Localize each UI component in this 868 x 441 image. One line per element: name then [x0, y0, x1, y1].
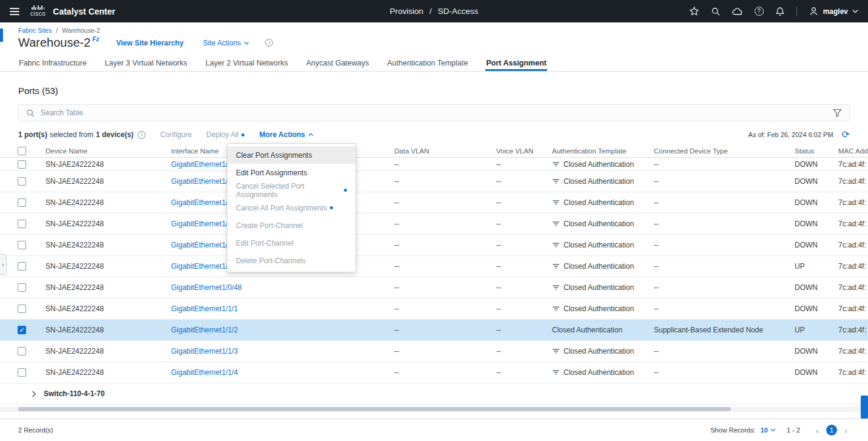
tab-anycast-gateways[interactable]: Anycast Gateways	[297, 55, 378, 71]
col-device-name[interactable]: Device Name	[27, 147, 153, 155]
cloud-icon[interactable]	[732, 7, 743, 16]
col-data-vlan[interactable]: Data VLAN	[394, 147, 496, 155]
interface-link[interactable]: GigabitEthernet1/1/3	[171, 347, 238, 355]
cell-device-name: SN-JAE24222248	[27, 198, 153, 207]
device-group-row[interactable]: Switch-110-4-1-70	[0, 383, 868, 405]
more-actions-button[interactable]: More Actions	[259, 130, 314, 139]
menu-item-clear-port-assignments[interactable]: Clear Port Assignments	[227, 146, 355, 164]
menu-item-cancel-selected-port-assignments[interactable]: Cancel Selected Port Assignments	[227, 181, 355, 199]
cell-auth-template: Closed Authentication	[564, 160, 634, 169]
cell-connected-type: --	[654, 368, 795, 377]
col-mac-address[interactable]: MAC Address	[838, 147, 868, 155]
table-footer: 2 Record(s) Show Records: 10 1 - 2 ‹ 1 ›	[0, 419, 868, 441]
notifications-bell-icon[interactable]	[775, 7, 785, 16]
auth-template-icon	[552, 178, 560, 184]
cell-voice-vlan: --	[496, 326, 552, 334]
row-checkbox[interactable]	[18, 160, 26, 169]
pending-dot	[241, 133, 244, 136]
cell-device-name: SN-JAE24222248	[27, 262, 153, 271]
tab-port-assignment[interactable]: Port Assignment	[477, 55, 556, 71]
cell-status: DOWN	[795, 347, 838, 355]
tab-authentication-template[interactable]: Authentication Template	[378, 55, 477, 71]
horizontal-scrollbar[interactable]	[0, 406, 868, 412]
search-input[interactable]	[41, 109, 827, 117]
tab-layer3-virtual-networks[interactable]: Layer 3 Virtual Networks	[96, 55, 197, 71]
chevron-down-icon	[852, 9, 858, 13]
cell-connected-type: --	[654, 283, 795, 292]
breadcrumb-current: Warehouse-2	[62, 27, 100, 34]
tab-layer2-virtual-networks[interactable]: Layer 2 Virtual Networks	[197, 55, 297, 71]
menu-item-edit-port-assignments[interactable]: Edit Port Assignments	[227, 164, 355, 181]
cell-mac: 7c:ad:4f:	[838, 160, 868, 169]
left-accent-bar	[0, 29, 3, 42]
next-page-arrow[interactable]: ›	[842, 425, 850, 436]
select-all-checkbox[interactable]	[18, 147, 26, 155]
cell-connected-type: --	[654, 160, 795, 169]
site-actions-dropdown[interactable]: Site Actions	[203, 39, 250, 47]
favorites-star-icon[interactable]	[689, 6, 699, 16]
row-checkbox[interactable]	[18, 198, 26, 207]
cell-data-vlan: --	[394, 326, 496, 334]
breadcrumb-separator: /	[56, 27, 58, 34]
info-icon[interactable]: i	[265, 39, 273, 47]
interface-link[interactable]: GigabitEthernet1/0/48	[171, 283, 242, 292]
cell-mac: 7c:ad:4f:	[838, 305, 868, 313]
expand-panel-handle[interactable]: ›	[0, 254, 7, 275]
table-header-row: Device Name Interface Name Data VLAN Voi…	[0, 145, 868, 158]
row-checkbox[interactable]	[18, 283, 26, 292]
site-header: Fabric Sites / Warehouse-2 Warehouse-2 F…	[0, 22, 868, 55]
col-voice-vlan[interactable]: Voice VLAN	[496, 147, 552, 155]
col-connected-device-type[interactable]: Connected Device Type	[654, 147, 795, 155]
info-icon[interactable]: i	[138, 131, 146, 139]
search-icon[interactable]	[711, 7, 721, 16]
row-checkbox[interactable]	[18, 347, 26, 355]
interface-link[interactable]: GigabitEthernet1/1/1	[171, 305, 238, 313]
help-icon[interactable]: ?	[755, 7, 764, 16]
more-actions-menu: Clear Port Assignments Edit Port Assignm…	[227, 143, 356, 272]
row-checkbox[interactable]	[18, 241, 26, 249]
menu-item-delete-port-channels[interactable]: Delete Port-Channels	[227, 252, 355, 269]
cell-data-vlan: --	[394, 368, 496, 377]
interface-link[interactable]: GigabitEthernet1/1/2	[171, 326, 238, 334]
menu-item-cancel-all-port-assignments[interactable]: Cancel All Port Assignments	[227, 199, 355, 217]
cell-mac: 7c:ad:4f:	[838, 347, 868, 355]
interface-link[interactable]: GigabitEthernet1/1/4	[171, 368, 238, 377]
hamburger-menu-icon[interactable]	[10, 8, 19, 15]
vertical-scrollbar-thumb[interactable]	[861, 396, 868, 419]
prev-page-arrow[interactable]: ‹	[813, 425, 821, 436]
cell-auth-template: Closed Authentication	[564, 177, 634, 186]
tab-fabric-infrastructure[interactable]: Fabric Infrastructure	[10, 55, 96, 71]
cell-voice-vlan: --	[496, 347, 552, 355]
breadcrumb-fabric-sites[interactable]: Fabric Sites	[18, 27, 52, 34]
refresh-icon[interactable]: ⟳	[842, 130, 850, 140]
filter-funnel-icon[interactable]	[833, 109, 842, 118]
page-size-select[interactable]: 10	[761, 426, 776, 434]
col-status[interactable]: Status	[795, 147, 838, 155]
row-checkbox[interactable]	[18, 368, 26, 377]
table-row: SN-JAE24222248 GigabitEthernet1/0/48 -- …	[0, 277, 868, 298]
cell-mac: 7c:ad:4f:	[838, 283, 868, 292]
show-records-label: Show Records:	[710, 426, 756, 434]
row-checkbox[interactable]	[18, 262, 26, 271]
view-site-hierarchy-link[interactable]: View Site Hierarchy	[116, 39, 183, 47]
row-checkbox[interactable]	[18, 305, 26, 313]
deploy-all-button[interactable]: Deploy All	[206, 130, 244, 139]
row-checkbox[interactable]	[18, 220, 26, 228]
row-checkbox[interactable]	[18, 177, 26, 186]
site-actions-label: Site Actions	[203, 39, 241, 47]
menu-item-edit-port-channel[interactable]: Edit Port-Channel	[227, 234, 355, 252]
auth-template-icon	[552, 221, 560, 227]
configure-button[interactable]: Configure	[160, 130, 192, 139]
as-of-timestamp: As of: Feb 26, 2024 6:02 PM	[749, 131, 833, 138]
cell-data-vlan: --	[394, 220, 496, 228]
cell-data-vlan: --	[394, 160, 496, 169]
horizontal-scrollbar-thumb[interactable]	[18, 407, 731, 411]
cell-mac: 7c:ad:4f:	[838, 262, 868, 271]
menu-item-create-port-channel[interactable]: Create Port-Channel	[227, 217, 355, 234]
cell-data-vlan: --	[394, 262, 496, 271]
col-authentication-template[interactable]: Authentication Template	[552, 147, 654, 155]
page-number-button[interactable]: 1	[826, 425, 837, 436]
row-checkbox-checked[interactable]: ✓	[18, 326, 26, 334]
expand-chevron-icon[interactable]	[32, 391, 36, 397]
user-menu[interactable]: maglev	[809, 6, 858, 16]
